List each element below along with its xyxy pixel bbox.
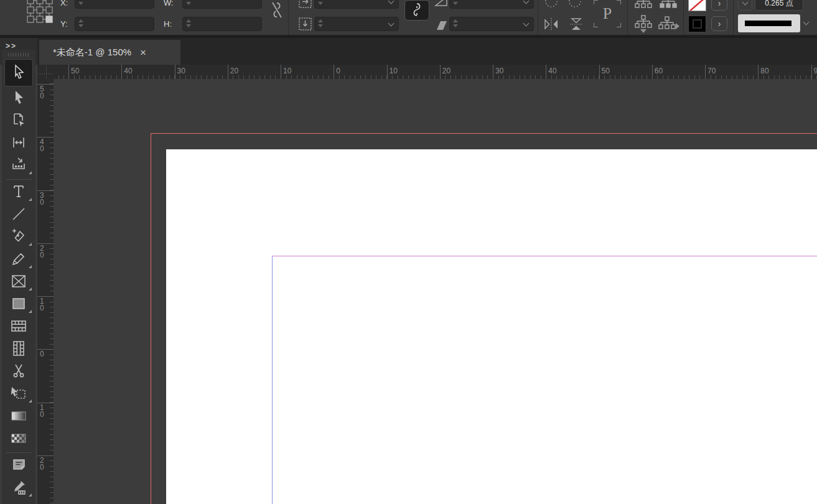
tool-gap-tool[interactable]: [2, 133, 35, 155]
stroke-style-dropdown[interactable]: [738, 14, 800, 32]
scale-x-input[interactable]: [314, 0, 399, 9]
tool-frame-tool[interactable]: [2, 271, 35, 294]
v-ruler-tick-40: 40: [37, 137, 54, 190]
page-icon: [10, 111, 27, 131]
tool-content-collector-tool[interactable]: [2, 155, 35, 177]
tool-hand-tool-partial[interactable]: [2, 500, 35, 504]
scissors-icon: [10, 362, 27, 382]
tool-gradient-feather-tool[interactable]: [2, 428, 35, 450]
tool-flyout-indicator: [29, 287, 32, 291]
tool-rectangle-tool[interactable]: [2, 294, 35, 316]
tool-pen-tool[interactable]: [2, 226, 35, 249]
tool-flyout-indicator: [29, 399, 32, 403]
tool-vertical-grid-tool[interactable]: [2, 338, 35, 361]
tool-gradient-swatch-tool[interactable]: [2, 406, 35, 428]
shear-angle-icon: [434, 17, 449, 32]
scale-y-input[interactable]: [314, 17, 399, 31]
rectangle-icon: [10, 295, 27, 315]
x-field-label: X:: [60, 0, 68, 7]
page-reference-p-icon: P: [592, 0, 622, 30]
tools-panel: [2, 50, 35, 504]
stroke-style-chevron-icon[interactable]: [803, 19, 810, 26]
h-ruler-tick-90: 90: [811, 65, 812, 79]
width-input[interactable]: [182, 0, 262, 9]
none-fill-slash-icon: [689, 0, 706, 11]
rotate-cw-icon[interactable]: [566, 0, 584, 10]
h-ruler-tick-30: 30: [493, 65, 493, 79]
horizontal-ruler[interactable]: 50403020100102030405060708090: [54, 65, 817, 79]
tool-pencil-tool[interactable]: [2, 249, 35, 271]
tool-scissors-tool[interactable]: [2, 361, 35, 383]
scale-x-icon: [297, 0, 314, 10]
constrain-dimensions-broken-chain-icon[interactable]: [270, 1, 284, 19]
h-ruler-tick-60: 60: [652, 65, 653, 79]
selection-icon: [10, 63, 27, 83]
h-ruler-tick-20: 20: [228, 65, 228, 79]
stroke-weight-input[interactable]: 0.265 点: [755, 0, 803, 11]
height-input[interactable]: [182, 17, 262, 31]
tools-panel-grip[interactable]: [8, 53, 29, 57]
h-ruler-tick-0: 0: [334, 65, 334, 79]
select-next-object-icon[interactable]: [657, 15, 679, 34]
flip-horizontal-icon[interactable]: [543, 16, 560, 32]
w-field-label: W:: [164, 0, 174, 7]
y-field-label: Y:: [60, 19, 68, 29]
flip-vertical-icon[interactable]: [567, 16, 585, 32]
tool-direct-selection-tool[interactable]: [2, 88, 35, 110]
gradient-icon: [10, 407, 27, 427]
tool-flyout-indicator: [29, 310, 32, 313]
margin-guide-horizontal: [272, 256, 817, 256]
stroke-options-arrow-button[interactable]: ›: [711, 16, 727, 31]
rotation-angle-input[interactable]: [449, 0, 534, 9]
eyedropper-icon: [10, 478, 27, 498]
document-tab[interactable]: *未命名-1 @ 150% ×: [39, 40, 180, 65]
select-content-icon[interactable]: [658, 0, 678, 10]
tool-free-transform-tool[interactable]: [2, 383, 35, 406]
tool-flyout-indicator: [29, 171, 32, 174]
stroke-weight-dropdown-button[interactable]: [738, 0, 752, 11]
select-previous-object-icon[interactable]: [633, 15, 653, 34]
tool-eyedropper-tool[interactable]: [2, 477, 35, 500]
free-transform-icon: [10, 385, 27, 404]
h-field-label: H:: [164, 19, 172, 29]
bleed-guide-vertical: [151, 133, 151, 504]
tool-page-tool[interactable]: [2, 110, 35, 133]
v-ruler-tick-20: 20: [37, 455, 54, 504]
chain-link-icon: [410, 2, 424, 19]
rotate-ccw-icon[interactable]: [543, 0, 560, 10]
direct-selection-icon: [10, 89, 27, 109]
note-icon: [10, 456, 27, 476]
tool-note-tool[interactable]: [2, 455, 35, 477]
select-container-icon[interactable]: [633, 0, 653, 10]
constrain-scale-link-button[interactable]: [404, 0, 429, 21]
line-icon: [10, 205, 27, 225]
bleed-guide-horizontal: [151, 133, 817, 134]
vertical-ruler[interactable]: 504030201001020: [37, 79, 54, 504]
page-area[interactable]: [166, 149, 817, 504]
h-ruler-tick-30: 30: [175, 65, 175, 79]
ruler-origin-corner[interactable]: [37, 65, 54, 79]
v-ruler-tick-10: 10: [37, 403, 54, 455]
reference-point-proxy-icon[interactable]: [26, 0, 55, 25]
fill-options-arrow-button[interactable]: ›: [711, 0, 727, 11]
stroke-color-swatch[interactable]: [688, 16, 706, 32]
v-ruler-tick-30: 30: [37, 190, 54, 243]
hgrid-icon: [10, 317, 27, 337]
tab-close-icon[interactable]: ×: [140, 47, 146, 58]
hand-icon: [10, 501, 27, 504]
tool-horizontal-grid-tool[interactable]: [2, 316, 35, 338]
document-canvas[interactable]: [54, 79, 817, 504]
y-position-input[interactable]: [75, 17, 154, 31]
tool-line-tool[interactable]: [2, 204, 35, 226]
shear-angle-input[interactable]: [449, 17, 534, 31]
h-ruler-tick-20: 20: [440, 65, 441, 79]
x-position-input[interactable]: [75, 0, 154, 9]
pen-icon: [10, 228, 27, 248]
tool-type-tool[interactable]: [2, 182, 35, 204]
scale-y-icon: [297, 16, 314, 32]
fill-color-swatch-none[interactable]: [688, 0, 706, 11]
document-tab-bar: >> *未命名-1 @ 150% ×: [0, 35, 817, 65]
tool-selection-tool[interactable]: [2, 59, 35, 88]
h-ruler-tick-10: 10: [387, 65, 388, 79]
v-ruler-tick-20: 20: [37, 243, 54, 296]
